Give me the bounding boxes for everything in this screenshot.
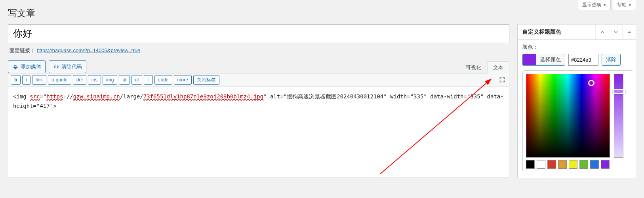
content-textarea[interactable]: <img src="https://gzw.sinaimg.cn/large/7… (8, 87, 509, 177)
custom-title-color-panel: 自定义标题颜色 颜色： 选择 (517, 24, 636, 178)
quicktags-toolbar: b i link b-quote del ins img ul ol li co… (8, 74, 509, 87)
permalink-label: 固定链接： (10, 47, 35, 53)
permalink-link[interactable]: https://baguass.com/?p=14005&preview=tru… (37, 47, 141, 53)
color-saturation-area[interactable] (526, 74, 610, 158)
screen-options-label: 显示选项 (582, 2, 601, 8)
current-color-swatch (523, 54, 536, 65)
post-title-input[interactable] (8, 24, 509, 43)
fullscreen-icon[interactable] (498, 75, 507, 84)
color-hue-slider[interactable] (614, 74, 623, 158)
qt-li-button[interactable]: li (144, 75, 153, 85)
panel-title: 自定义标题颜色 (522, 28, 595, 36)
qt-close-tags-button[interactable]: 关闭标签 (193, 75, 219, 85)
preset-blue[interactable] (590, 160, 599, 169)
choose-color-label: 选择颜色 (536, 54, 565, 65)
chevron-down-icon (613, 29, 619, 35)
choose-color-button[interactable]: 选择颜色 (522, 54, 565, 66)
qt-ins-button[interactable]: ins (88, 75, 101, 85)
clear-code-label: 清除代码 (61, 63, 82, 70)
color-sv-cursor[interactable] (588, 80, 594, 86)
preset-white[interactable] (537, 160, 545, 169)
qt-bold-button[interactable]: b (11, 75, 21, 85)
color-presets (526, 160, 630, 169)
qt-more-button[interactable]: more (174, 75, 192, 85)
caret-down-icon: ▼ (603, 3, 606, 7)
clear-color-button[interactable]: 清除 (602, 54, 621, 66)
hue-thumb[interactable] (613, 89, 625, 94)
preset-orange[interactable] (558, 160, 567, 169)
preset-yellow[interactable] (569, 160, 577, 169)
qt-ul-button[interactable]: ul (119, 75, 130, 85)
qt-img-button[interactable]: img (103, 75, 117, 85)
color-picker (522, 70, 633, 172)
preset-black[interactable] (526, 160, 535, 169)
hex-color-input[interactable] (568, 54, 598, 66)
preset-purple[interactable] (601, 160, 610, 169)
tab-visual[interactable]: 可视化 (460, 61, 487, 74)
panel-move-up-button[interactable] (595, 25, 609, 39)
code-icon (53, 64, 59, 70)
page-title: 写文章 (8, 0, 636, 24)
caret-down-icon: ▼ (628, 3, 632, 7)
help-button[interactable]: 帮助 ▼ (613, 0, 636, 10)
panel-move-down-button[interactable] (609, 25, 622, 39)
caret-up-icon (627, 29, 632, 35)
qt-link-button[interactable]: link (32, 75, 46, 85)
add-media-label: 添加媒体 (21, 63, 41, 70)
qt-del-button[interactable]: del (73, 75, 86, 85)
preset-red[interactable] (547, 160, 556, 169)
qt-ol-button[interactable]: ol (131, 75, 142, 85)
add-media-button[interactable]: 添加媒体 (8, 60, 46, 73)
chevron-up-icon (600, 29, 605, 35)
qt-code-button[interactable]: code (154, 75, 172, 85)
screen-options-button[interactable]: 显示选项 ▼ (578, 0, 611, 10)
permalink-row: 固定链接： https://baguass.com/?p=14005&previ… (10, 47, 509, 54)
color-field-label: 颜色： (522, 43, 631, 51)
qt-italic-button[interactable]: i (22, 75, 30, 85)
editor-box: b i link b-quote del ins img ul ol li co… (8, 73, 509, 178)
panel-toggle-button[interactable] (622, 25, 636, 39)
qt-blockquote-button[interactable]: b-quote (48, 75, 71, 85)
preset-green[interactable] (579, 160, 588, 169)
tab-text[interactable]: 文本 (487, 61, 509, 74)
help-label: 帮助 (617, 2, 627, 8)
media-icon (12, 64, 19, 70)
clear-code-button[interactable]: 清除代码 (49, 60, 86, 73)
